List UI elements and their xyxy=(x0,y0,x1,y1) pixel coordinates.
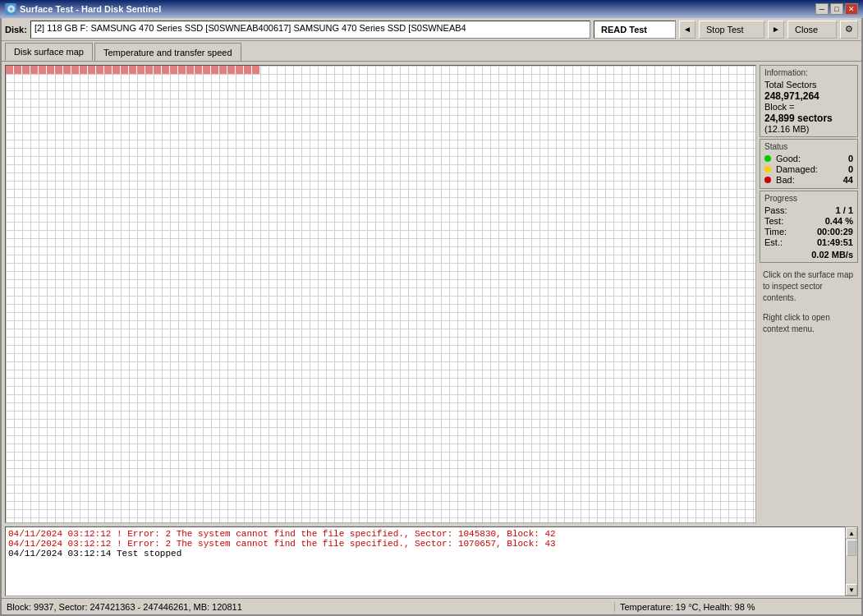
block-label-row: Block = xyxy=(764,102,853,112)
test-label: Test: xyxy=(764,216,783,226)
good-row: Good: 0 xyxy=(764,154,853,163)
read-test-badge: READ Test xyxy=(594,21,676,39)
scroll-up-button[interactable]: ▲ xyxy=(846,527,857,539)
log-scroll-wrap: 04/11/2024 03:12:12 ! Error: 2 The syste… xyxy=(5,526,858,596)
tab-temperature-transfer[interactable]: Temperature and transfer speed xyxy=(94,43,241,61)
status-bar: Block: 9937, Sector: 247421363 - 2474462… xyxy=(2,598,861,614)
main-window: Disk: [2] 118 GB F: SAMSUNG 470 Series S… xyxy=(0,18,863,616)
bad-value: 44 xyxy=(843,175,853,185)
good-dot xyxy=(764,155,771,162)
good-value: 0 xyxy=(848,154,853,163)
pass-label: Pass: xyxy=(764,205,787,215)
status-title: Status xyxy=(764,142,853,151)
scroll-down-button[interactable]: ▼ xyxy=(846,584,857,595)
good-label: Good: xyxy=(764,154,801,163)
status-right: Temperature: 19 °C, Health: 98 % xyxy=(615,602,861,612)
title-bar: 💿 Surface Test - Hard Disk Sentinel ─ □ … xyxy=(0,0,863,18)
tab-disk-surface-map[interactable]: Disk surface map xyxy=(5,43,93,61)
bad-blocks-stripe xyxy=(6,66,260,74)
bad-row: Bad: 44 xyxy=(764,175,853,185)
log-line: 04/11/2024 03:12:12 ! Error: 2 The syste… xyxy=(8,539,842,549)
pass-row: Pass: 1 / 1 xyxy=(764,205,853,215)
surface-map[interactable] xyxy=(5,65,756,523)
log-area[interactable]: 04/11/2024 03:12:12 ! Error: 2 The syste… xyxy=(5,526,845,596)
block-size-value: (12.16 MB) xyxy=(764,124,853,134)
maximize-button[interactable]: □ xyxy=(830,3,843,15)
log-line: 04/11/2024 03:12:12 ! Error: 2 The syste… xyxy=(8,529,842,539)
block-sectors-value: 24,899 sectors xyxy=(764,113,853,124)
app-icon: 💿 xyxy=(5,3,16,15)
damaged-row: Damaged: 0 xyxy=(764,164,853,174)
damaged-dot xyxy=(764,166,771,172)
information-title: Information: xyxy=(764,68,853,77)
scroll-thumb[interactable] xyxy=(847,540,856,556)
log-scrollbar[interactable]: ▲ ▼ xyxy=(845,526,858,596)
window-title: Surface Test - Hard Disk Sentinel xyxy=(20,4,161,14)
total-sectors-label: Total Sectors xyxy=(764,80,817,90)
est-row: Est.: 01:49:51 xyxy=(764,237,853,247)
minimize-button[interactable]: ─ xyxy=(815,3,829,15)
hint-text-1: Click on the surface map to inspect sect… xyxy=(760,268,858,306)
next-disk-button[interactable]: ► xyxy=(768,21,784,39)
main-content: Information: Total Sectors 248,971,264 B… xyxy=(2,61,861,526)
surface-canvas xyxy=(6,66,755,522)
time-row: Time: 00:00:29 xyxy=(764,227,853,237)
progress-title: Progress xyxy=(764,194,853,203)
test-row: Test: 0.44 % xyxy=(764,216,853,226)
close-window-button[interactable]: ✕ xyxy=(845,3,858,15)
log-line: 04/11/2024 03:12:14 Test stopped xyxy=(8,549,842,559)
disk-name: [2] 118 GB F: SAMSUNG 470 Series SSD [S0… xyxy=(30,21,590,39)
disk-label: Disk: xyxy=(5,25,27,34)
pass-value: 1 / 1 xyxy=(836,205,853,215)
bad-dot xyxy=(764,177,771,183)
time-label: Time: xyxy=(764,227,787,237)
block-label: Block = xyxy=(764,102,794,112)
status-group: Status Good: 0 Damaged: 0 xyxy=(760,139,858,189)
damaged-label: Damaged: xyxy=(764,164,818,174)
window-controls[interactable]: ─ □ ✕ xyxy=(815,3,858,15)
information-group: Information: Total Sectors 248,971,264 B… xyxy=(760,65,858,137)
total-sectors-value: 248,971,264 xyxy=(764,90,853,102)
close-button[interactable]: Close xyxy=(787,21,837,39)
status-left: Block: 9937, Sector: 247421363 - 2474462… xyxy=(2,602,615,612)
total-sectors-row: Total Sectors xyxy=(764,80,853,90)
prev-disk-button[interactable]: ◄ xyxy=(679,21,695,39)
disk-bar: Disk: [2] 118 GB F: SAMSUNG 470 Series S… xyxy=(2,18,861,41)
speed-value: 0.02 MB/s xyxy=(764,250,853,260)
hint-text-2: Right click to open context menu. xyxy=(760,310,858,337)
damaged-value: 0 xyxy=(848,164,853,174)
progress-group: Progress Pass: 1 / 1 Test: 0.44 % Time: … xyxy=(760,191,858,263)
test-value: 0.44 % xyxy=(825,216,853,226)
bad-label: Bad: xyxy=(764,175,795,185)
est-value: 01:49:51 xyxy=(817,237,853,247)
tabs-bar: Disk surface map Temperature and transfe… xyxy=(2,41,861,61)
stop-test-button[interactable]: Stop Test xyxy=(699,21,764,39)
options-button[interactable]: ⚙ xyxy=(840,21,858,39)
time-value: 00:00:29 xyxy=(817,227,853,237)
est-label: Est.: xyxy=(764,237,783,247)
info-panel: Information: Total Sectors 248,971,264 B… xyxy=(760,65,858,523)
